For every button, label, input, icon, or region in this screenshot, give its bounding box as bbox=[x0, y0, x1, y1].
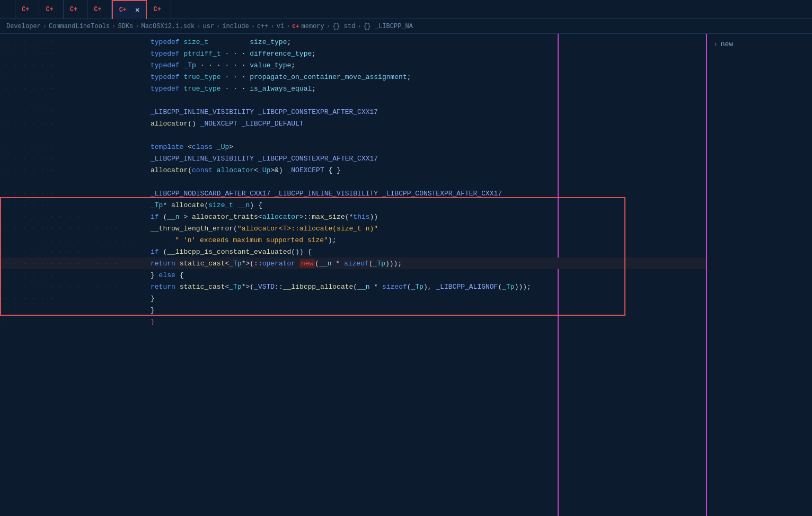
code-line-16: · · · · · · · · · · · · ·__throw_length_… bbox=[0, 223, 706, 234]
code-line-22: · · · · · ·} bbox=[0, 292, 706, 304]
right-panel-item-new[interactable]: › new bbox=[707, 38, 812, 50]
code-line-1: · · · · · ·typedef ptrdiff_t · · · diffe… bbox=[0, 48, 706, 59]
code-line-4: · · · · · ·typedef true_type · · · is_al… bbox=[0, 83, 706, 94]
code-line-19: · · · · · · · · · · · · ·return static_c… bbox=[0, 257, 706, 269]
main-content: · · · · · ·typedef size_t size_type;· · … bbox=[0, 34, 812, 516]
code-line-9: · · · · · ·template <class _Up> bbox=[0, 141, 706, 153]
code-line-5 bbox=[0, 94, 706, 106]
code-line-13: · · · · · ·_LIBCPP_NODISCARD_AFTER_CXX17… bbox=[0, 188, 706, 199]
chevron-right-icon: › bbox=[713, 40, 718, 48]
breadcrumb: Developer › CommandLineTools › SDKs › Ma… bbox=[0, 19, 812, 34]
code-line-18: · · · · · · · · ·if (__libcpp_is_constan… bbox=[0, 246, 706, 257]
code-line-17: · · · · · · · · · · · · · · · · · · ·" '… bbox=[0, 234, 706, 246]
tab-icon-all-h: C+ bbox=[153, 6, 161, 13]
code-line-10: · · · · · ·_LIBCPP_INLINE_VISIBILITY _LI… bbox=[0, 153, 706, 164]
code-editor[interactable]: · · · · · ·typedef size_t size_type;· · … bbox=[0, 34, 706, 516]
code-line-20: · · · · · ·} else { bbox=[0, 269, 706, 281]
code-line-14: · · · · ·_Tp* allocate(size_t __n) { bbox=[0, 199, 706, 211]
tab-icon-vector: C+ bbox=[94, 6, 101, 13]
right-panel-label: new bbox=[721, 40, 733, 48]
tab-icon-allocator: C+ bbox=[46, 6, 53, 13]
tab-bar: C+ C+ C+ C+ C+ ✕ C+ bbox=[0, 0, 812, 19]
code-line-23: · ·} bbox=[0, 304, 706, 316]
code-line-6: · · · · · ·_LIBCPP_INLINE_VISIBILITY _LI… bbox=[0, 106, 706, 118]
tab-icon-memory: C+ bbox=[119, 6, 127, 14]
tab-app-m[interactable] bbox=[2, 0, 15, 19]
close-icon[interactable]: ✕ bbox=[135, 5, 139, 14]
code-line-11: · · · · · ·allocator(const allocator<_Up… bbox=[0, 164, 706, 176]
tab-icon-main: C+ bbox=[22, 6, 29, 13]
tab-begin-end-cpp[interactable]: C+ bbox=[64, 0, 87, 19]
cpp-icon-breadcrumb: C+ bbox=[292, 23, 299, 30]
code-line-15: · · · · · · · · ·if (__n > allocator_tra… bbox=[0, 211, 706, 223]
code-line-24: · ·} bbox=[0, 316, 706, 327]
tab-memory[interactable]: C+ ✕ bbox=[112, 0, 147, 19]
right-panel: › new bbox=[706, 34, 812, 516]
code-line-12 bbox=[0, 176, 706, 188]
code-line-7: · · · · · ·allocator() _NOEXCEPT _LIBCPP… bbox=[0, 118, 706, 129]
code-line-0: · · · · · ·typedef size_t size_type; bbox=[0, 36, 706, 48]
code-line-3: · · · · · ·typedef true_type · · · propa… bbox=[0, 71, 706, 83]
tab-main-cpp[interactable]: C+ bbox=[15, 0, 39, 19]
tab-all-h[interactable]: C+ bbox=[147, 0, 171, 19]
tab-allocator-cpp[interactable]: C+ bbox=[39, 0, 63, 19]
tab-vector[interactable]: C+ bbox=[87, 0, 111, 19]
code-line-2: · · · · · ·typedef _Tp · · · · · · value… bbox=[0, 59, 706, 71]
code-line-8 bbox=[0, 129, 706, 141]
code-line-21: · · · · · · · · · · · · ·return static_c… bbox=[0, 281, 706, 292]
code-lines: · · · · · ·typedef size_t size_type;· · … bbox=[0, 36, 706, 327]
tab-icon-begin-end: C+ bbox=[70, 6, 77, 13]
